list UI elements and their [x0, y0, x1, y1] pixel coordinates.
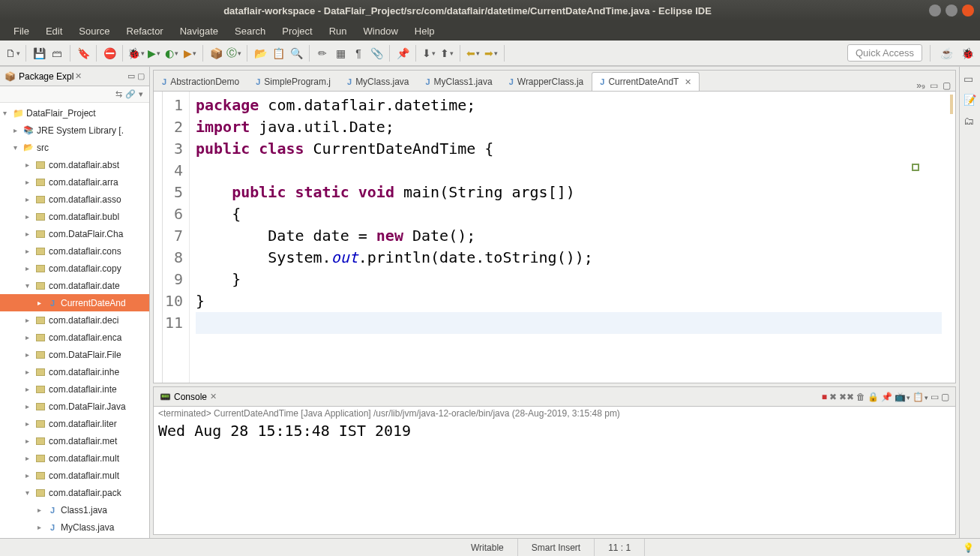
tree-item-package[interactable]: ▸com.dataflair.mult — [0, 449, 149, 467]
tree-item-package[interactable]: ▸com.dataflair.liter — [0, 415, 149, 432]
tab-wrapperclass[interactable]: JWrapperClass.ja — [501, 71, 592, 91]
save-all-icon[interactable]: 🗃 — [49, 46, 64, 61]
tree-item-package[interactable]: ▸com.dataflair.bubl — [0, 208, 149, 225]
pin-console-icon[interactable]: 📌 — [881, 392, 892, 402]
toggle-mark-icon[interactable]: ✏ — [315, 46, 330, 61]
console-output[interactable]: Wed Aug 28 15:15:48 IST 2019 — [154, 420, 955, 534]
back-icon[interactable]: ⬅▾ — [466, 46, 481, 61]
run-last-icon[interactable]: ▶▾ — [182, 46, 197, 61]
clear-console-icon[interactable]: 🗑 — [856, 392, 865, 402]
tree-item-package[interactable]: ▾com.dataflair.pack — [0, 484, 149, 501]
toggle-block-icon[interactable]: ▦ — [333, 46, 348, 61]
tab-abstractiondemo[interactable]: JAbstractionDemo — [154, 71, 247, 91]
tab-myclass1[interactable]: JMyClass1.java — [417, 71, 500, 91]
new-icon[interactable]: 🗋▾ — [5, 46, 20, 61]
menu-run[interactable]: Run — [322, 23, 355, 39]
open-console-icon[interactable]: 📋▾ — [913, 392, 928, 402]
tree-item-package[interactable]: ▸com.dataflair.abst — [0, 156, 149, 173]
collapse-all-icon[interactable]: ⇆ — [115, 89, 122, 99]
menu-search[interactable]: Search — [227, 23, 273, 39]
tree-item-project[interactable]: ▾DataFlair_Project — [0, 104, 149, 122]
overflow-tabs[interactable]: »₉ — [916, 80, 925, 91]
tree-item-package[interactable]: ▾com.dataflair.date — [0, 277, 149, 294]
prev-annotation-icon[interactable]: ⬆▾ — [439, 46, 454, 61]
tree-item-package[interactable]: ▸com.dataflair.met — [0, 432, 149, 449]
minimize-button[interactable] — [929, 5, 941, 17]
maximize-editor-icon[interactable]: ▢ — [943, 80, 951, 91]
remove-all-icon[interactable]: ✖✖ — [839, 392, 854, 402]
view-menu-icon[interactable]: ▾ — [139, 89, 143, 99]
tree-item-package[interactable]: ▸com.dataflair.cons — [0, 242, 149, 260]
menu-refactor[interactable]: Refactor — [119, 23, 171, 39]
tab-simpleprogram[interactable]: JSimpleProgram.j — [247, 71, 339, 91]
tree-item-package[interactable]: ▸com.dataflair.inte — [0, 380, 149, 398]
open-task-icon[interactable]: 📋 — [271, 46, 286, 61]
restore-icon[interactable]: ▭ — [964, 73, 977, 86]
tree-item-package[interactable]: ▸com.dataflair.deci — [0, 311, 149, 329]
task-list-icon[interactable]: 📝 — [964, 94, 977, 107]
tab-close-icon[interactable]: ✕ — [685, 77, 691, 87]
menu-source[interactable]: Source — [71, 23, 117, 39]
open-type-icon[interactable]: 📂 — [253, 46, 268, 61]
menu-file[interactable]: File — [6, 23, 37, 39]
scroll-lock-icon[interactable]: 🔒 — [868, 392, 879, 402]
skip-breakpoints-icon[interactable]: ⛔ — [102, 46, 117, 61]
pin-icon[interactable]: 📌 — [395, 46, 410, 61]
tree-item-package[interactable]: ▸com.dataflair.enca — [0, 329, 149, 346]
terminate-icon[interactable]: ■ — [822, 392, 827, 402]
perspective-debug-icon[interactable]: 🐞 — [960, 46, 975, 61]
coverage-icon[interactable]: ◐▾ — [164, 46, 179, 61]
minimize-editor-icon[interactable]: ▭ — [930, 80, 938, 91]
perspective-java-icon[interactable]: ☕ — [939, 46, 954, 61]
tree-item-package[interactable]: ▸com.dataflair.mult — [0, 467, 149, 484]
minimize-view-icon[interactable]: ▭ — [127, 71, 135, 81]
quick-access-input[interactable]: Quick Access — [847, 44, 922, 62]
tree-item-package[interactable]: ▸com.dataflair.arra — [0, 173, 149, 191]
menu-window[interactable]: Window — [356, 23, 406, 39]
close-button[interactable] — [962, 5, 974, 17]
tree-item-package[interactable]: ▸com.DataFlair.Cha — [0, 225, 149, 242]
tree-item-package[interactable]: ▸com.DataFlair.File — [0, 346, 149, 363]
show-whitespace-icon[interactable]: ¶ — [351, 46, 366, 61]
annotation-icon[interactable]: 📎 — [369, 46, 384, 61]
code-editor[interactable]: 1234567891011 package com.dataflair.date… — [154, 92, 955, 383]
debug-icon[interactable]: 🐞▾ — [128, 46, 143, 61]
maximize-view-icon[interactable]: ▢ — [137, 71, 145, 81]
tree-item-package[interactable]: ▸com.dataflair.copy — [0, 260, 149, 277]
new-class-icon[interactable]: Ⓒ▾ — [226, 46, 241, 61]
overview-ruler[interactable] — [948, 92, 955, 383]
display-console-icon[interactable]: 📺▾ — [895, 392, 910, 402]
menu-navigate[interactable]: Navigate — [172, 23, 226, 39]
next-annotation-icon[interactable]: ⬇▾ — [421, 46, 436, 61]
tab-currentdateandtime[interactable]: JCurrentDateAndT✕ — [592, 72, 700, 92]
link-editor-icon[interactable]: 🔗 — [125, 89, 136, 99]
toggle-breadcrumb-icon[interactable]: 🔖 — [76, 46, 91, 61]
maximize-console-icon[interactable]: ▢ — [941, 392, 949, 402]
maximize-button[interactable] — [946, 5, 958, 17]
package-tree[interactable]: ▾DataFlair_Project ▸JRE System Library [… — [0, 103, 149, 538]
tree-item-package[interactable]: ▸com.DataFlair.Java — [0, 398, 149, 415]
tree-item-package[interactable]: ▸com.dataflair.inhe — [0, 363, 149, 380]
tree-item-package[interactable]: ▸com.dataflair.asso — [0, 191, 149, 208]
save-icon[interactable]: 💾 — [31, 46, 46, 61]
tree-item-file[interactable]: ▸JMyClass.java — [0, 518, 149, 536]
console-close-icon[interactable]: ✕ — [210, 392, 217, 401]
tree-item-src[interactable]: ▾src — [0, 139, 149, 156]
forward-icon[interactable]: ➡▾ — [484, 46, 499, 61]
code-content[interactable]: package com.dataflair.datetime; import j… — [190, 92, 948, 383]
new-package-icon[interactable]: 📦 — [208, 46, 223, 61]
tip-icon[interactable]: 💡 — [963, 542, 974, 553]
menu-help[interactable]: Help — [407, 23, 442, 39]
search-icon[interactable]: 🔍 — [289, 46, 304, 61]
menu-edit[interactable]: Edit — [38, 23, 70, 39]
outline-icon[interactable]: 🗂 — [964, 115, 977, 128]
tree-item-file-selected[interactable]: ▸JCurrentDateAnd — [0, 294, 149, 311]
minimize-console-icon[interactable]: ▭ — [931, 392, 939, 402]
view-close-icon[interactable]: ✕ — [75, 71, 82, 81]
tree-item-file[interactable]: ▸JClass1.java — [0, 501, 149, 518]
tab-myclass[interactable]: JMyClass.java — [339, 71, 417, 91]
menu-project[interactable]: Project — [274, 23, 319, 39]
run-icon[interactable]: ▶▾ — [146, 46, 161, 61]
remove-launch-icon[interactable]: ✖ — [829, 392, 837, 402]
tree-item-jre[interactable]: ▸JRE System Library [. — [0, 122, 149, 139]
